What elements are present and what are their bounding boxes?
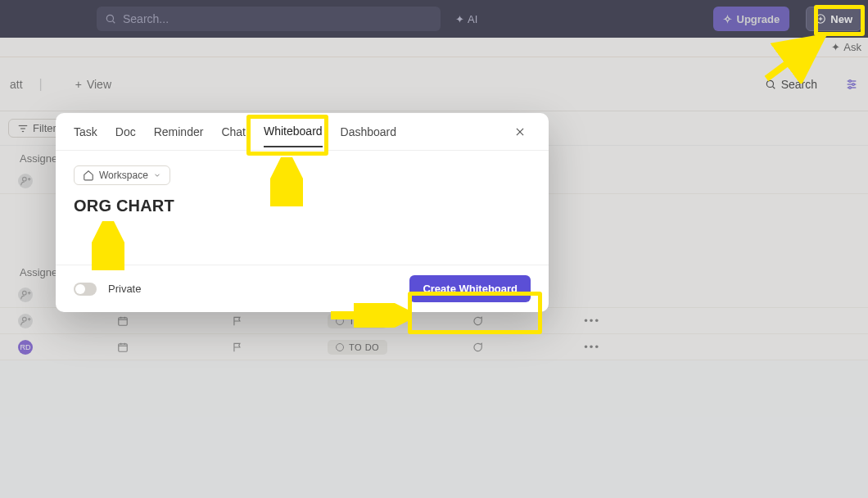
home-icon <box>83 170 94 181</box>
private-label: Private <box>108 283 141 295</box>
workspace-label: Workspace <box>99 170 148 181</box>
tab-task[interactable]: Task <box>74 117 97 147</box>
modal-footer: Private Create Whiteboard <box>56 265 549 312</box>
create-modal: Task Doc Reminder Chat Whiteboard Dashbo… <box>56 113 549 312</box>
chevron-down-icon <box>153 171 161 179</box>
tab-dashboard[interactable]: Dashboard <box>341 117 397 147</box>
private-toggle[interactable] <box>74 283 97 296</box>
tab-reminder[interactable]: Reminder <box>154 117 204 147</box>
whiteboard-title-input[interactable] <box>74 197 531 215</box>
tab-whiteboard[interactable]: Whiteboard <box>264 116 323 147</box>
close-icon <box>514 126 526 138</box>
tab-chat[interactable]: Chat <box>221 117 246 147</box>
tab-doc[interactable]: Doc <box>115 117 136 147</box>
modal-body: Workspace <box>56 151 549 265</box>
modal-tabs: Task Doc Reminder Chat Whiteboard Dashbo… <box>56 113 549 151</box>
close-button[interactable] <box>509 121 531 143</box>
create-whiteboard-button[interactable]: Create Whiteboard <box>409 275 531 302</box>
workspace-selector[interactable]: Workspace <box>74 165 170 185</box>
